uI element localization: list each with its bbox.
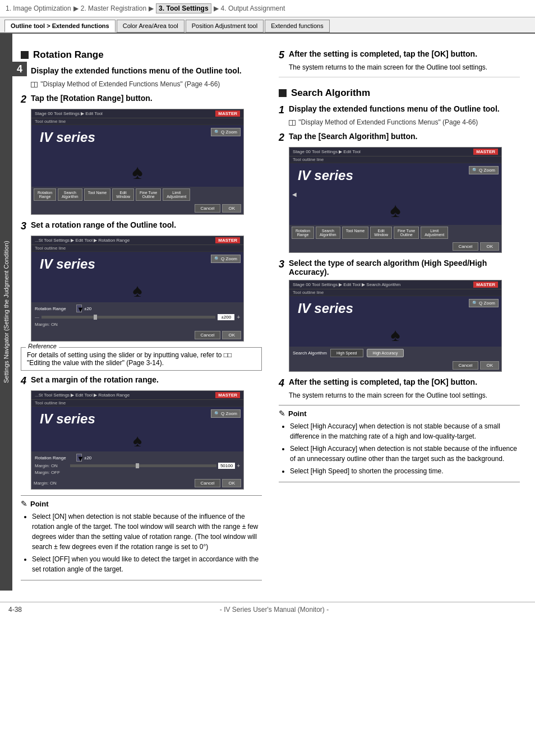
scr4-ok[interactable]: OK	[222, 479, 241, 487]
r-scr2-btn-3[interactable]: Tool Name	[342, 227, 368, 239]
screen4-spade: ♠	[133, 431, 142, 450]
screen4-margin-label: Margin: ON	[34, 481, 57, 486]
screen3-dropdown[interactable]: ▼	[76, 305, 82, 312]
step-sub-r1: "Display Method of Extended Functions Me…	[289, 118, 520, 126]
breadcrumb-step-2: 2. Master Registration	[81, 4, 146, 12]
screen2-subtitle: Tool outline line	[31, 118, 243, 125]
step-num-r3: 3	[279, 259, 284, 270]
chapter-badge: 4	[12, 62, 27, 76]
reference-text: For details of setting using the slider …	[27, 351, 232, 367]
page-footer: 4-38 - IV Series User's Manual (Monitor)…	[0, 602, 535, 617]
r-scr2-cancel[interactable]: Cancel	[453, 242, 479, 251]
point-icon-left: ✎	[21, 499, 27, 508]
r-screen2-master: MASTER	[473, 149, 498, 155]
tab-color-area[interactable]: Color Area/Area tool	[117, 20, 185, 33]
screen4-margin-on: Margin: ON	[35, 463, 68, 468]
breadcrumb: 1. Image Optimization ▶ 2. Master Regist…	[0, 0, 535, 17]
scr2-btn-2[interactable]: Search Algorithm	[58, 188, 82, 201]
step-title-r1: Display the extended functions menu of t…	[289, 104, 500, 113]
step-title-3: Set a rotation range of the Outline tool…	[31, 220, 176, 229]
screen4-val: ±20	[84, 455, 91, 460]
breadcrumb-step-1: 1. Image Optimization	[6, 4, 71, 12]
search-algo-section-header: Search Algorithm	[279, 87, 520, 99]
right-step-2: 2 Tap the [Search Algorithm] button. Sta…	[279, 132, 520, 253]
r-scr3-cancel[interactable]: Cancel	[453, 361, 479, 370]
screen3-margin: Margin: ON	[35, 322, 240, 327]
step-num-r1: 1	[279, 104, 284, 116]
screen3-range-label: Rotation Range	[35, 306, 74, 311]
r-scr3-ok[interactable]: OK	[480, 361, 499, 370]
r-scr2-btn-6[interactable]: Limit Adjustment	[421, 227, 448, 239]
step-title-1: Display the extended functions menu of t…	[31, 66, 242, 75]
r-screen3-algo-label: Search Algorithm	[293, 351, 327, 356]
screen4-dropdown[interactable]: ▼	[76, 454, 82, 462]
right-point-title: Point	[288, 409, 307, 418]
r-scr2-btn-1[interactable]: Rotation Range	[292, 227, 314, 239]
screen4-iv: IV series	[40, 411, 95, 427]
screen3-spade: ♠	[133, 280, 142, 301]
scr2-btn-5[interactable]: Fine Tune Outline	[136, 188, 161, 201]
step-title-r4: After the setting is completed, tap the …	[289, 377, 477, 386]
scr2-cancel[interactable]: Cancel	[195, 204, 221, 213]
scr2-btn-4[interactable]: Edit Window	[112, 188, 134, 201]
right-point-item-2: Select [High Accuracy] when detection is…	[290, 444, 520, 464]
right-step-5: 5 After the setting is completed, tap th…	[279, 49, 520, 71]
step4-body-right: The system returns to the main screen fo…	[289, 391, 520, 399]
left-point-list: Select [ON] when detection is not stable…	[32, 511, 262, 574]
r-scr2-btn-2[interactable]: Search Algorithm	[316, 227, 340, 239]
r-scr2-btn-5[interactable]: Fine Tune Outline	[394, 227, 419, 239]
screen2-master: MASTER	[215, 110, 240, 117]
left-point-box: ✎ Point Select [ON] when detection is no…	[21, 495, 262, 580]
r-scr3-highaccuracy[interactable]: High Accuracy	[367, 349, 404, 357]
r-screen3-iv: IV series	[298, 301, 353, 316]
screen3-subtitle: Tool outline line	[31, 245, 243, 252]
right-point-header: ✎ Point	[279, 409, 520, 418]
step-num-3: 3	[21, 220, 26, 232]
screen4-zoom: 🔍 Q Zoom	[211, 409, 241, 418]
right-point-list: Select [High Accuracy] when detection is…	[290, 421, 520, 476]
step-num-4: 4	[21, 375, 26, 387]
r-screen2-iv: IV series	[298, 168, 353, 183]
scr2-btn-1[interactable]: Rotation Range	[34, 188, 56, 201]
left-point-header: ✎ Point	[21, 499, 262, 508]
scr3-ok[interactable]: OK	[222, 331, 241, 339]
scr2-btn-6[interactable]: Limit Adjustment	[163, 188, 190, 201]
r-screen2-subtitle: Tool outline line	[289, 156, 501, 163]
r-scr2-btn-4[interactable]: Edit Window	[370, 227, 392, 239]
page-body: Rotation Range 1 Display the extended fu…	[12, 34, 535, 591]
screen2-spade: ♠	[132, 160, 142, 184]
left-step-1: 1 Display the extended functions menu of…	[21, 66, 262, 88]
left-point-item-2: Select [OFF] when you would like to dete…	[32, 554, 262, 574]
screen3-zoom: 🔍 Q Zoom	[211, 255, 241, 263]
screen3-plus: +	[237, 314, 240, 320]
right-point-item-3: Select [High Speed] to shorten the proce…	[290, 466, 520, 476]
screen4-slider[interactable]	[136, 463, 139, 468]
screen4-subtitle: Tool outline line	[31, 400, 243, 407]
right-step-3: 3 Select the type of search algorithm (H…	[279, 259, 520, 372]
footer-center: - IV Series User's Manual (Monitor) -	[22, 606, 527, 614]
right-point-box: ✎ Point Select [High Accuracy] when dete…	[279, 405, 520, 482]
r-scr3-highspeed[interactable]: High Speed	[330, 349, 363, 357]
scr2-btn-3[interactable]: Tool Name	[84, 188, 110, 201]
screen2-breadcrumb: Stage 00 Tool Settings ▶ Edit Tool	[35, 111, 103, 116]
scr3-cancel[interactable]: Cancel	[195, 331, 221, 339]
scr2-ok[interactable]: OK	[222, 204, 241, 213]
step-title-2: Tap the [Rotation Range] button.	[31, 94, 153, 103]
screen4-range-label: Rotation Range	[35, 455, 74, 460]
tab-bar: Outline tool > Extended functions Color …	[0, 17, 535, 34]
breadcrumb-step-4: 4. Output Assignment	[221, 4, 285, 12]
r-screen3-zoom: 🔍 Q Zoom	[469, 299, 499, 307]
screen3-minus: —	[35, 315, 39, 320]
tab-outline-tool[interactable]: Outline tool > Extended functions	[4, 20, 116, 33]
screen3-slider[interactable]	[94, 315, 97, 320]
step-sub-1: "Display Method of Extended Functions Me…	[31, 80, 262, 88]
scr4-cancel[interactable]: Cancel	[195, 479, 221, 487]
tab-extended-functions[interactable]: Extended functions	[265, 20, 330, 33]
screen2-iv: IV series	[40, 130, 95, 145]
tab-position-adjustment[interactable]: Position Adjustment tool	[186, 20, 264, 33]
book-icon-1	[31, 82, 38, 87]
right-column: 5 After the setting is completed, tap th…	[270, 39, 528, 585]
r-scr2-ok[interactable]: OK	[480, 242, 499, 251]
section-box-icon-2	[279, 89, 287, 97]
right-point-item-1: Select [High Accuracy] when detection is…	[290, 421, 520, 441]
